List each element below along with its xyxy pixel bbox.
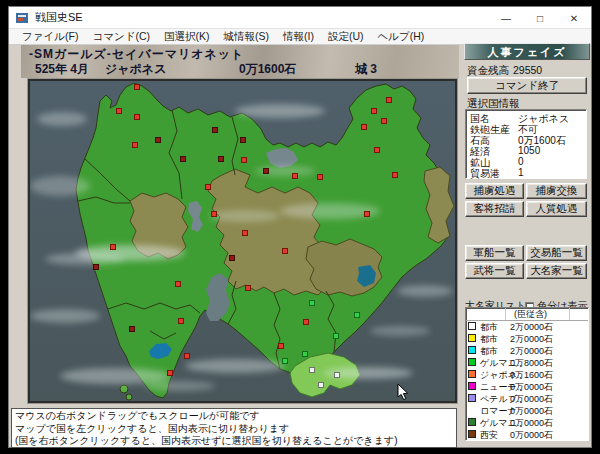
daimyo-list[interactable]: (臣従含) 都市2万0000石都市2万0000石都市2万0000石ゲルマニ..0… bbox=[465, 307, 589, 441]
menu-info[interactable]: 情報(I) bbox=[283, 30, 314, 44]
trade-ship-list-button[interactable]: 交易船一覧 bbox=[526, 245, 587, 261]
warship-list-button[interactable]: 軍船一覧 bbox=[465, 245, 524, 261]
dark_red-castle-marker[interactable] bbox=[219, 157, 224, 162]
dark_red-castle-marker[interactable] bbox=[213, 128, 218, 133]
white-castle-marker[interactable] bbox=[335, 373, 340, 378]
red-castle-marker[interactable] bbox=[283, 249, 288, 254]
red-castle-marker[interactable] bbox=[135, 85, 140, 90]
prisoner-treatment-button[interactable]: 捕虜処遇 bbox=[465, 183, 524, 199]
daimyo-color-swatch bbox=[468, 346, 476, 354]
red-castle-marker[interactable] bbox=[304, 320, 309, 325]
red-castle-marker[interactable] bbox=[362, 125, 367, 130]
selected-country-info: 国名ジャポネス 鉄砲生産不可 石高0万1600石 経済1050 鉱山0 貿易港1 bbox=[465, 109, 587, 179]
banner-date: 525年 4月 bbox=[35, 61, 89, 78]
status-line: (国を右ボタンクリックすると、国内表示せずに選択国を切り替えることができます) bbox=[15, 435, 453, 448]
daimyo-name: 西安 bbox=[480, 429, 498, 441]
prisoner-exchange-button[interactable]: 捕虜交換 bbox=[526, 183, 587, 199]
red-castle-marker[interactable] bbox=[212, 212, 217, 217]
white-castle-marker[interactable] bbox=[319, 383, 324, 388]
red-castle-marker[interactable] bbox=[318, 175, 323, 180]
status-help-box: マウスの右ボタンドラッグでもスクロールが可能です マップで国を左クリックすると、… bbox=[11, 408, 457, 448]
status-line: マウスの右ボタンドラッグでもスクロールが可能です bbox=[15, 410, 453, 423]
daimyo-list-button[interactable]: 大名家一覧 bbox=[526, 263, 587, 279]
daimyo-row[interactable]: 都市2万0000石 bbox=[466, 321, 588, 333]
red-castle-marker[interactable] bbox=[242, 158, 247, 163]
funds-label: 資金残高 bbox=[467, 64, 509, 76]
red-castle-marker[interactable] bbox=[279, 344, 284, 349]
red-castle-marker[interactable] bbox=[117, 109, 122, 114]
white-castle-marker[interactable] bbox=[310, 368, 315, 373]
daimyo-row[interactable]: ニューテ..0万0000石 bbox=[466, 381, 588, 393]
maximize-button[interactable]: □ bbox=[523, 7, 557, 29]
red-castle-marker[interactable] bbox=[365, 212, 370, 217]
daimyo-row[interactable]: 都市2万0000石 bbox=[466, 345, 588, 357]
red-castle-marker[interactable] bbox=[135, 115, 140, 120]
red-castle-marker[interactable] bbox=[243, 231, 248, 236]
red-castle-marker[interactable] bbox=[293, 174, 298, 179]
green-castle-marker[interactable] bbox=[303, 352, 308, 357]
dark_red-castle-marker[interactable] bbox=[130, 327, 135, 332]
menu-settings[interactable]: 設定(U) bbox=[328, 30, 364, 44]
daimyo-color-swatch bbox=[468, 382, 476, 390]
red-castle-marker[interactable] bbox=[375, 148, 380, 153]
daimyo-row[interactable]: ゲルマニ..0万0000石 bbox=[466, 417, 588, 429]
daimyo-row[interactable]: ペテルブ..0万0000石 bbox=[466, 393, 588, 405]
red-castle-marker[interactable] bbox=[393, 173, 398, 178]
red-castle-marker[interactable] bbox=[111, 245, 116, 250]
map-view[interactable] bbox=[28, 79, 457, 403]
window-title: 戦国史SE bbox=[35, 10, 83, 25]
daimyo-color-swatch bbox=[468, 322, 476, 330]
red-castle-marker[interactable] bbox=[179, 319, 184, 324]
menu-country-select[interactable]: 国選択(K) bbox=[164, 30, 210, 44]
red-castle-marker[interactable] bbox=[387, 98, 392, 103]
menu-command[interactable]: コマンド(C) bbox=[92, 30, 150, 44]
islet bbox=[126, 394, 132, 400]
info-label: 貿易港 bbox=[470, 167, 500, 181]
daimyo-color-swatch bbox=[468, 358, 476, 366]
minimize-button[interactable]: — bbox=[489, 7, 523, 29]
side-panel: 人事フェイズ 資金残高 29550 コマンド終了 選択国情報 国名ジャポネス 鉄… bbox=[463, 43, 591, 449]
daimyo-row[interactable]: 西安0万0000石 bbox=[466, 429, 588, 441]
daimyo-row[interactable]: 都市2万0000石 bbox=[466, 333, 588, 345]
dark_red-castle-marker[interactable] bbox=[181, 157, 186, 162]
islet bbox=[120, 385, 128, 393]
daimyo-row[interactable]: ジャポネ..0万1600石 bbox=[466, 369, 588, 381]
green-castle-marker[interactable] bbox=[355, 313, 360, 318]
red-castle-marker[interactable] bbox=[206, 185, 211, 190]
close-button[interactable]: ✕ bbox=[557, 7, 591, 29]
green-castle-marker[interactable] bbox=[310, 301, 315, 306]
menu-help[interactable]: ヘルプ(H) bbox=[377, 30, 424, 44]
header-koku-including-vassals: (臣従含) bbox=[506, 308, 570, 320]
green-castle-marker[interactable] bbox=[283, 359, 288, 364]
daimyo-row[interactable]: ゲルマニ..0万8000石 bbox=[466, 357, 588, 369]
dark_red-castle-marker[interactable] bbox=[156, 138, 161, 143]
red-castle-marker[interactable] bbox=[176, 282, 181, 287]
daimyo-color-swatch bbox=[468, 418, 476, 426]
menu-file[interactable]: ファイル(F) bbox=[22, 30, 78, 44]
dark_red-castle-marker[interactable] bbox=[230, 256, 235, 261]
red-castle-marker[interactable] bbox=[246, 286, 251, 291]
dark_red-castle-marker[interactable] bbox=[241, 138, 246, 143]
title-bar: 戦国史SE — □ ✕ bbox=[9, 7, 591, 29]
daimyo-list-header: (臣従含) bbox=[466, 308, 588, 321]
red-castle-marker[interactable] bbox=[185, 354, 190, 359]
info-value: 1 bbox=[518, 167, 524, 178]
invite-general-button[interactable]: 客将招請 bbox=[465, 201, 524, 217]
daimyo-row[interactable]: ロマーナ0万0000石 bbox=[466, 405, 588, 417]
dark_red-castle-marker[interactable] bbox=[94, 265, 99, 270]
banner-country: ジャポネス bbox=[105, 61, 166, 78]
info-value: 0 bbox=[518, 156, 524, 167]
menu-castle-info[interactable]: 城情報(S) bbox=[223, 30, 269, 44]
red-castle-marker[interactable] bbox=[168, 371, 173, 376]
green-castle-marker[interactable] bbox=[334, 334, 339, 339]
banner-castles: 城 3 bbox=[355, 61, 377, 78]
general-list-button[interactable]: 武将一覧 bbox=[465, 263, 524, 279]
red-castle-marker[interactable] bbox=[382, 119, 387, 124]
red-castle-marker[interactable] bbox=[133, 143, 138, 148]
daimyo-color-swatch bbox=[468, 394, 476, 402]
dark_red-castle-marker[interactable] bbox=[264, 169, 269, 174]
daimyo-color-swatch bbox=[468, 370, 476, 378]
command-end-button[interactable]: コマンド終了 bbox=[467, 77, 587, 94]
red-castle-marker[interactable] bbox=[372, 109, 377, 114]
hostage-treatment-button[interactable]: 人質処遇 bbox=[526, 201, 587, 217]
